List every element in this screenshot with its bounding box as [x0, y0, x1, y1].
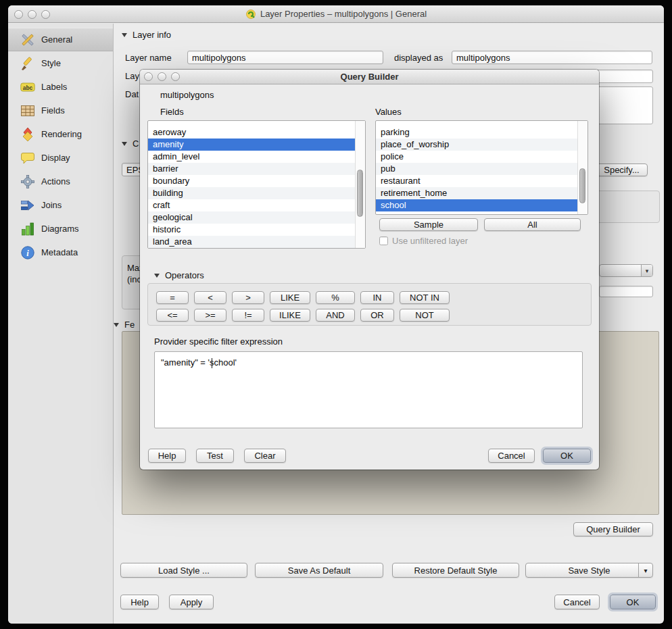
filter-expression-input[interactable]: "amenity" = 'school'	[154, 351, 583, 428]
zoom-button[interactable]	[41, 10, 50, 19]
render-diamond-icon	[20, 126, 35, 142]
checkbox-unchecked-icon[interactable]	[379, 236, 388, 245]
operator-equals-button[interactable]: =	[156, 291, 189, 304]
use-unfiltered-checkbox[interactable]: Use unfiltered layer	[379, 236, 468, 246]
value-item[interactable]: police	[376, 151, 577, 163]
fields-scrollbar[interactable]	[355, 121, 365, 248]
field-item[interactable]: amenity	[148, 139, 355, 151]
sidebar-item-display[interactable]: Display	[8, 146, 113, 170]
dialog-titlebar[interactable]: Query Builder	[140, 70, 599, 84]
sidebar-item-style[interactable]: Style	[8, 51, 113, 75]
value-item[interactable]: retirement_home	[376, 187, 577, 199]
value-item[interactable]: restaurant	[376, 175, 577, 187]
sidebar-item-fields[interactable]: Fields	[8, 99, 113, 122]
sidebar-item-labels[interactable]: abcLabels	[8, 75, 113, 99]
sidebar-item-joins[interactable]: Joins	[8, 193, 113, 217]
sample-button[interactable]: Sample	[379, 218, 478, 231]
field-item[interactable]: aeroway	[148, 126, 355, 139]
attribute-table-icon	[20, 103, 35, 118]
dialog-test-button[interactable]: Test	[196, 449, 234, 463]
scrollbar-thumb[interactable]	[579, 168, 585, 203]
close-button[interactable]	[14, 10, 23, 19]
dialog-minimize-button[interactable]	[158, 72, 166, 81]
scrollbar-thumb[interactable]	[357, 170, 363, 217]
field-item[interactable]: geological	[148, 211, 355, 224]
dialog-zoom-button[interactable]	[171, 72, 180, 81]
field-item[interactable]: historic	[148, 224, 355, 236]
crs-section-header[interactable]: C	[122, 139, 139, 149]
dialog-cancel-button[interactable]: Cancel	[488, 449, 535, 463]
abc-label-icon: abc	[20, 79, 35, 95]
value-item[interactable]: place_of_worship	[376, 139, 577, 151]
sidebar-item-metadata[interactable]: iMetadata	[8, 241, 113, 264]
displayed-as-input[interactable]	[452, 51, 652, 64]
ok-button[interactable]: OK	[610, 595, 656, 609]
operators-row-1: =<>LIKE%INNOT IN	[156, 291, 591, 304]
layer-info-section-header[interactable]: Layer info	[122, 30, 171, 40]
operator-less-than-button[interactable]: <	[194, 291, 226, 304]
value-item[interactable]: parking	[376, 126, 577, 139]
save-style-button[interactable]: Save Style ▾	[525, 563, 653, 578]
restore-default-style-button[interactable]: Restore Default Style	[392, 563, 519, 578]
operator-not-equal-button[interactable]: !=	[232, 309, 264, 322]
sidebar-item-rendering[interactable]: Rendering	[8, 122, 113, 146]
sidebar-item-label: Rendering	[41, 129, 82, 139]
layer-name-input[interactable]	[187, 51, 383, 64]
dialog-close-button[interactable]	[144, 72, 153, 81]
sidebar-item-diagrams[interactable]: Diagrams	[8, 217, 113, 241]
apply-button[interactable]: Apply	[169, 595, 214, 609]
collapse-triangle-icon	[122, 33, 127, 37]
operator-greater-or-equal-button[interactable]: >=	[194, 309, 226, 322]
sidebar: GeneralStyleabcLabelsFieldsRenderingDisp…	[8, 24, 114, 624]
field-item[interactable]: admin_level	[148, 151, 355, 163]
window-title-text: Layer Properties – multipolygons | Gener…	[260, 9, 427, 19]
scale-field-partial[interactable]	[599, 286, 653, 297]
value-item[interactable]: school	[376, 199, 577, 211]
operator-not-button[interactable]: NOT	[400, 309, 450, 322]
list-rows: aerowayamenityadmin_levelbarrierboundary…	[148, 126, 355, 248]
field-item[interactable]: land_area	[148, 236, 355, 248]
fields-list[interactable]: aerowayamenityadmin_levelbarrierboundary…	[147, 120, 366, 249]
dialog-ok-button[interactable]: OK	[543, 449, 591, 463]
field-item[interactable]: barrier	[148, 163, 355, 175]
sidebar-item-general[interactable]: General	[8, 28, 113, 51]
minimize-button[interactable]	[28, 10, 37, 19]
operator-percent-button[interactable]: %	[316, 291, 355, 304]
save-as-default-button[interactable]: Save As Default	[255, 563, 383, 578]
chevron-down-icon: ▾	[641, 265, 652, 276]
operator-or-button[interactable]: OR	[360, 309, 394, 322]
window-titlebar[interactable]: Layer Properties – multipolygons | Gener…	[8, 5, 664, 23]
sidebar-item-actions[interactable]: Actions	[8, 170, 113, 193]
field-item[interactable]: craft	[148, 199, 355, 211]
help-button[interactable]: Help	[120, 595, 159, 609]
query-builder-button[interactable]: Query Builder	[573, 522, 653, 536]
field-item[interactable]: boundary	[148, 175, 355, 187]
field-item[interactable]: building	[148, 187, 355, 199]
cancel-button[interactable]: Cancel	[554, 595, 600, 609]
sidebar-item-label: Joins	[41, 200, 62, 210]
operators-section-header[interactable]: Operators	[154, 270, 204, 280]
operator-and-button[interactable]: AND	[316, 309, 355, 322]
operators-row-2: <=>=!=ILIKEANDORNOT	[156, 309, 591, 322]
values-scrollbar[interactable]	[577, 121, 587, 214]
filter-expression-label: Provider specific filter expression	[154, 336, 283, 347]
dialog-help-button[interactable]: Help	[148, 449, 186, 463]
load-style-button[interactable]: Load Style ...	[120, 563, 247, 578]
filter-expression-text: "amenity" = 'school'	[161, 357, 237, 368]
specify-crs-button[interactable]: Specify...	[596, 163, 648, 176]
sidebar-item-label: General	[41, 34, 72, 45]
operator-in-button[interactable]: IN	[360, 291, 394, 304]
values-list[interactable]: parkingplace_of_worshippolicepubrestaura…	[375, 120, 588, 215]
dialog-clear-button[interactable]: Clear	[244, 449, 286, 463]
operator-not-in-button[interactable]: NOT IN	[400, 291, 450, 304]
operator-ilike-button[interactable]: ILIKE	[270, 309, 310, 322]
all-button[interactable]: All	[484, 218, 581, 231]
operator-like-button[interactable]: LIKE	[270, 291, 310, 304]
features-section-header[interactable]: Fe	[114, 320, 135, 330]
operator-greater-than-button[interactable]: >	[232, 291, 264, 304]
displayed-as-label: displayed as	[394, 53, 443, 63]
operator-less-or-equal-button[interactable]: <=	[156, 309, 189, 322]
scale-combo-partial[interactable]: ▾	[599, 264, 653, 277]
value-item[interactable]: pub	[376, 163, 577, 175]
section-title: Layer info	[133, 30, 171, 40]
